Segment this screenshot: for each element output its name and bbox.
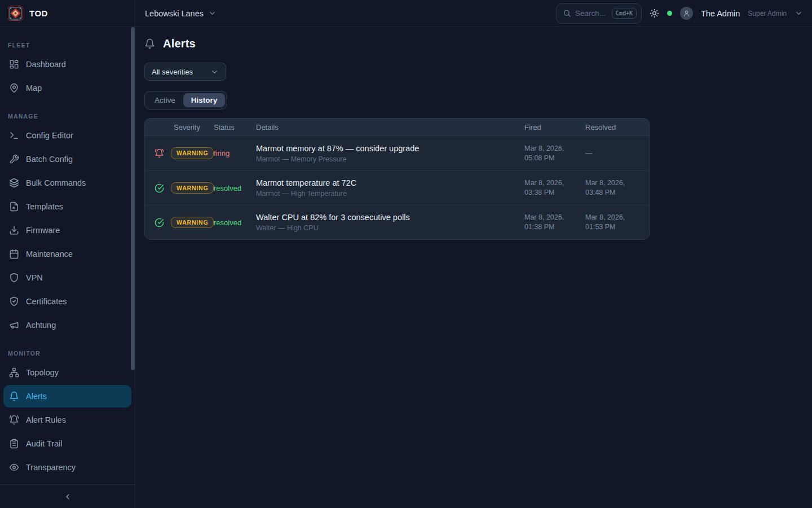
sidebar-item-label: Alerts: [26, 392, 47, 401]
sidebar-item-label: Audit Trail: [26, 439, 62, 448]
sidebar: TOD FLEETDashboardMapMANAGEConfig Editor…: [0, 0, 135, 508]
main-content: Alerts All severities Active History Sev…: [136, 27, 812, 508]
severity-filter-value: All severities: [152, 68, 193, 76]
col-status: Status: [214, 123, 256, 132]
table-row[interactable]: WARNINGfiringMarmot memory at 87% — cons…: [145, 136, 649, 170]
brand-name: TOD: [29, 8, 48, 18]
bell-ring-icon: [9, 415, 19, 425]
topbar-right: Search... Cmd+K The Admin Super Admin: [556, 3, 803, 24]
sidebar-item-topology[interactable]: Topology: [3, 361, 131, 384]
user-menu-button[interactable]: [795, 9, 803, 17]
topbar: Lebowski Lanes Search... Cmd+K The Admin…: [136, 0, 812, 27]
sidebar-item-achtung[interactable]: Achtung: [3, 314, 131, 336]
sidebar-item-dashboard[interactable]: Dashboard: [3, 53, 131, 76]
site-selector-label: Lebowski Lanes: [145, 9, 204, 18]
severity-cell: WARNING: [155, 147, 214, 159]
chevron-down-icon: [795, 9, 803, 17]
sidebar-section: MONITORTopologyAlertsAlert RulesAudit Tr…: [3, 350, 131, 479]
sidebar-item-firmware[interactable]: Firmware: [3, 219, 131, 242]
table-row[interactable]: WARNINGresolvedWalter CPU at 82% for 3 c…: [145, 205, 649, 239]
chevron-left-icon: [63, 492, 72, 501]
layers-icon: [9, 178, 19, 188]
sidebar-item-bulk-commands[interactable]: Bulk Commands: [3, 172, 131, 194]
severity-filter-select[interactable]: All severities: [144, 63, 226, 81]
sidebar-item-label: Transparency: [26, 463, 76, 472]
sidebar-item-label: VPN: [26, 273, 43, 282]
download-icon: [9, 225, 19, 235]
sidebar-item-config-editor[interactable]: Config Editor: [3, 124, 131, 147]
sidebar-item-label: Achtung: [26, 321, 56, 330]
sidebar-section-label: MONITOR: [3, 350, 131, 357]
sidebar-item-batch-config[interactable]: Batch Config: [3, 148, 131, 170]
sidebar-item-audit-trail[interactable]: Audit Trail: [3, 432, 131, 455]
search-placeholder: Search...: [575, 9, 608, 17]
alert-title: Marmot memory at 87% — consider upgrade: [256, 144, 524, 153]
sidebar-item-vpn[interactable]: VPN: [3, 266, 131, 289]
tab-active[interactable]: Active: [147, 93, 183, 107]
user-name: The Admin: [701, 9, 740, 18]
sidebar-item-certificates[interactable]: Certificates: [3, 290, 131, 313]
bell-icon: [9, 391, 19, 401]
bell-icon: [144, 38, 155, 49]
sidebar-item-transparency[interactable]: Transparency: [3, 456, 131, 479]
chevron-down-icon: [208, 9, 217, 17]
col-details: Details: [256, 123, 524, 132]
resolved-time: —: [585, 148, 632, 158]
file-icon: [9, 202, 19, 212]
details-cell: Marmot temperature at 72CMarmot — High T…: [256, 178, 524, 198]
alert-subtitle: Marmot — Memory Pressure: [256, 155, 524, 163]
status-text: resolved: [214, 218, 256, 227]
alert-title: Marmot temperature at 72C: [256, 178, 524, 187]
alert-resolved-icon: [155, 183, 164, 193]
sidebar-item-map[interactable]: Map: [3, 77, 131, 99]
sidebar-item-label: Config Editor: [26, 131, 73, 140]
sidebar-item-label: Alert Rules: [26, 415, 66, 424]
sidebar-footer: [0, 484, 135, 508]
sidebar-section: MANAGEConfig EditorBatch ConfigBulk Comm…: [3, 113, 131, 336]
search-input[interactable]: Search... Cmd+K: [556, 3, 642, 24]
table-row[interactable]: WARNINGresolvedMarmot temperature at 72C…: [145, 170, 649, 205]
page-header: Alerts: [144, 37, 803, 50]
sidebar-section-label: FLEET: [3, 42, 131, 49]
col-severity: Severity: [155, 123, 214, 132]
sidebar-item-alerts[interactable]: Alerts: [3, 385, 131, 408]
chevron-down-icon: [210, 68, 219, 76]
sidebar-item-alert-rules[interactable]: Alert Rules: [3, 409, 131, 431]
status-text: resolved: [214, 184, 256, 192]
sidebar-item-label: Topology: [26, 368, 59, 377]
alert-title: Walter CPU at 82% for 3 consecutive poll…: [256, 213, 524, 222]
sidebar-collapse-button[interactable]: [60, 489, 76, 505]
sidebar-item-label: Templates: [26, 202, 63, 211]
col-fired: Fired: [524, 123, 585, 132]
alert-subtitle: Marmot — High Temperature: [256, 190, 524, 198]
search-icon: [563, 9, 571, 17]
avatar[interactable]: [680, 7, 693, 20]
alert-resolved-icon: [155, 218, 164, 227]
map-pin-icon: [9, 83, 19, 93]
details-cell: Marmot memory at 87% — consider upgradeM…: [256, 144, 524, 163]
clipboard-icon: [9, 439, 19, 449]
tab-history[interactable]: History: [183, 93, 226, 107]
sidebar-section-label: MANAGE: [3, 113, 131, 120]
col-resolved: Resolved: [585, 123, 640, 132]
terminal-icon: [9, 130, 19, 141]
sidebar-section: FLEETDashboardMap: [3, 42, 131, 99]
brand: TOD: [0, 0, 135, 27]
search-shortcut-badge: Cmd+K: [612, 8, 637, 19]
status-text: firing: [214, 149, 256, 157]
user-role-badge: Super Admin: [748, 10, 787, 17]
megaphone-icon: [9, 320, 19, 330]
sidebar-item-maintenance[interactable]: Maintenance: [3, 243, 131, 265]
fired-time: Mar 8, 2026, 05:08 PM: [524, 144, 571, 163]
site-selector[interactable]: Lebowski Lanes: [145, 9, 217, 18]
sidebar-item-label: Batch Config: [26, 155, 73, 164]
resolved-time: Mar 8, 2026, 03:48 PM: [585, 178, 632, 198]
alerts-tabs: Active History: [144, 91, 227, 110]
alert-firing-icon: [155, 148, 164, 158]
severity-cell: WARNING: [155, 217, 214, 229]
sidebar-scrollbar[interactable]: [131, 27, 135, 370]
dashboard-icon: [9, 59, 19, 69]
sidebar-item-templates[interactable]: Templates: [3, 195, 131, 218]
alerts-table-header: Severity Status Details Fired Resolved: [145, 119, 649, 136]
theme-toggle-button[interactable]: [650, 8, 659, 18]
